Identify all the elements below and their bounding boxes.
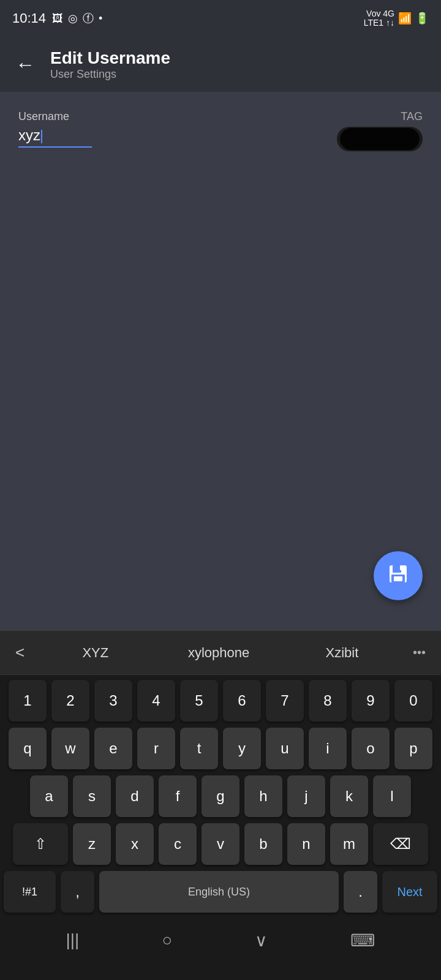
nav-menu-icon[interactable]: ||| xyxy=(66,930,80,950)
network-label: Vov 4GLTE1 ↑↓ xyxy=(364,9,394,28)
username-label: Username xyxy=(18,110,92,123)
period-key[interactable]: . xyxy=(344,871,377,913)
symbols-key[interactable]: !#1 xyxy=(4,871,56,913)
comma-key[interactable]: , xyxy=(61,871,94,913)
tag-value-blurred xyxy=(337,127,423,151)
svg-rect-4 xyxy=(394,576,402,581)
photo-icon: 🖼 xyxy=(52,12,63,25)
instagram-icon: ◎ xyxy=(68,12,78,25)
facebook-icon: ⓕ xyxy=(83,11,94,26)
key-f[interactable]: f xyxy=(159,775,197,817)
content-area: Username xyz TAG xyxy=(0,92,441,625)
key-u[interactable]: u xyxy=(266,728,304,769)
key-i[interactable]: i xyxy=(309,728,347,769)
svg-rect-2 xyxy=(400,565,402,570)
suggestion-back-button[interactable]: < xyxy=(6,637,34,668)
key-7[interactable]: 7 xyxy=(266,680,304,722)
top-bar: ← Edit Username User Settings xyxy=(0,37,441,92)
keyboard: < XYZ xylophone Xzibit ••• 1 2 3 4 5 6 7… xyxy=(0,631,441,980)
key-r[interactable]: r xyxy=(137,728,175,769)
backspace-key[interactable]: ⌫ xyxy=(373,823,428,865)
key-y[interactable]: y xyxy=(223,728,261,769)
key-z[interactable]: z xyxy=(73,823,111,865)
status-right: Vov 4GLTE1 ↑↓ 📶 🔋 xyxy=(364,9,429,28)
svg-rect-1 xyxy=(393,565,401,573)
key-e[interactable]: e xyxy=(94,728,132,769)
nav-keyboard-icon[interactable]: ⌨ xyxy=(350,930,375,951)
key-m[interactable]: m xyxy=(330,823,368,865)
suggestion-xylophone[interactable]: xylophone xyxy=(157,639,280,667)
tag-section: TAG xyxy=(337,110,423,151)
special-row: !#1 , English (US) . Next xyxy=(4,871,437,913)
suggestion-xzibit[interactable]: Xzibit xyxy=(281,639,404,667)
back-button[interactable]: ← xyxy=(12,50,38,79)
zxcv-row: ⇧ z x c v b n m ⌫ xyxy=(4,823,437,865)
nav-back-icon[interactable]: ∨ xyxy=(255,930,268,951)
username-input[interactable]: xyz xyxy=(18,127,92,148)
status-time: 10:14 xyxy=(12,10,46,26)
suggestions-bar: < XYZ xylophone Xzibit ••• xyxy=(0,631,441,675)
signal-icon: 📶 xyxy=(398,12,412,25)
key-a[interactable]: a xyxy=(30,775,68,817)
key-k[interactable]: k xyxy=(330,775,368,817)
key-v[interactable]: v xyxy=(202,823,239,865)
key-d[interactable]: d xyxy=(116,775,154,817)
key-x[interactable]: x xyxy=(116,823,154,865)
key-0[interactable]: 0 xyxy=(394,680,432,722)
next-key[interactable]: Next xyxy=(382,871,437,913)
key-o[interactable]: o xyxy=(352,728,390,769)
key-h[interactable]: h xyxy=(244,775,282,817)
key-4[interactable]: 4 xyxy=(137,680,175,722)
asdf-row: a s d f g h j k l xyxy=(4,775,437,817)
key-p[interactable]: p xyxy=(394,728,432,769)
key-q[interactable]: q xyxy=(9,728,47,769)
username-section: Username xyz TAG xyxy=(18,110,423,151)
status-left: 10:14 🖼 ◎ ⓕ • xyxy=(12,10,102,26)
dot-icon: • xyxy=(99,12,102,25)
key-6[interactable]: 6 xyxy=(223,680,261,722)
key-b[interactable]: b xyxy=(244,823,282,865)
qwerty-row: q w e r t y u i o p xyxy=(4,728,437,769)
shift-key[interactable]: ⇧ xyxy=(13,823,68,865)
suggestion-more-button[interactable]: ••• xyxy=(404,639,435,666)
save-icon xyxy=(387,563,409,589)
key-3[interactable]: 3 xyxy=(94,680,132,722)
top-bar-title: Edit Username User Settings xyxy=(50,48,170,81)
keys-area: 1 2 3 4 5 6 7 8 9 0 q w e r t y u i o p … xyxy=(0,675,441,913)
username-field: Username xyz xyxy=(18,110,92,148)
key-s[interactable]: s xyxy=(73,775,111,817)
save-fab-button[interactable] xyxy=(374,551,423,600)
tag-label: TAG xyxy=(401,110,423,123)
key-2[interactable]: 2 xyxy=(51,680,89,722)
page-title: Edit Username xyxy=(50,48,170,68)
key-t[interactable]: t xyxy=(180,728,218,769)
status-bar: 10:14 🖼 ◎ ⓕ • Vov 4GLTE1 ↑↓ 📶 🔋 xyxy=(0,0,441,37)
key-1[interactable]: 1 xyxy=(9,680,47,722)
key-c[interactable]: c xyxy=(159,823,197,865)
key-8[interactable]: 8 xyxy=(309,680,347,722)
page-subtitle: User Settings xyxy=(50,68,170,81)
number-row: 1 2 3 4 5 6 7 8 9 0 xyxy=(4,680,437,722)
keyboard-nav-bar: ||| ○ ∨ ⌨ xyxy=(0,919,441,962)
status-icons: 🖼 ◎ ⓕ • xyxy=(52,11,102,26)
key-w[interactable]: w xyxy=(51,728,89,769)
suggestion-xyz[interactable]: XYZ xyxy=(34,639,157,667)
key-j[interactable]: j xyxy=(287,775,325,817)
key-l[interactable]: l xyxy=(373,775,411,817)
battery-icon: 🔋 xyxy=(415,12,429,25)
space-key[interactable]: English (US) xyxy=(99,871,339,913)
key-9[interactable]: 9 xyxy=(352,680,390,722)
nav-home-icon[interactable]: ○ xyxy=(162,930,172,950)
key-n[interactable]: n xyxy=(287,823,325,865)
key-5[interactable]: 5 xyxy=(180,680,218,722)
key-g[interactable]: g xyxy=(202,775,239,817)
